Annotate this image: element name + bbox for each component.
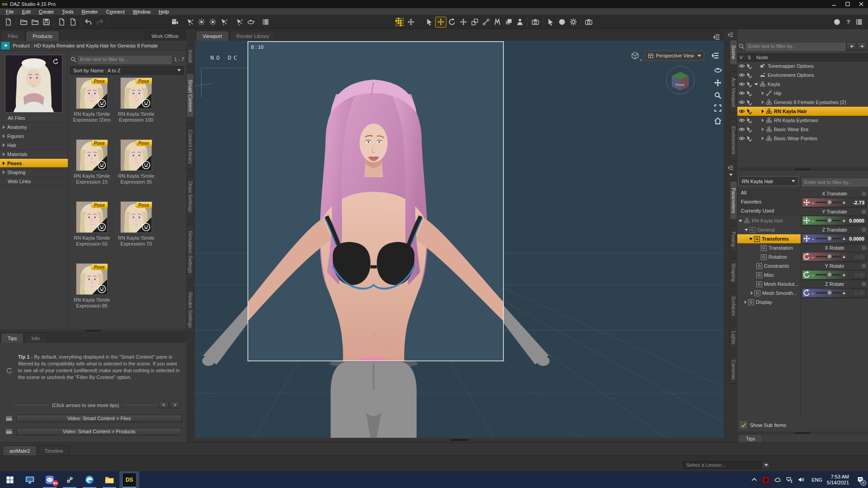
add-null-icon[interactable] <box>245 17 256 28</box>
scene-node-eyelashes[interactable]: Genesis 8 Female Eyelashes (2) <box>737 98 868 107</box>
selectable-icon[interactable] <box>746 136 752 142</box>
start-button[interactable] <box>0 471 20 488</box>
product-thumbnail[interactable] <box>5 55 62 113</box>
expand-icon[interactable] <box>762 118 764 122</box>
zoom-icon[interactable] <box>714 91 722 99</box>
gear-icon[interactable] <box>861 227 867 232</box>
add-point-light-icon[interactable] <box>196 17 207 28</box>
tab-render-settings[interactable]: Render Settings <box>186 287 194 333</box>
expand-icon[interactable] <box>762 91 764 95</box>
menu-edit[interactable]: Edit <box>18 9 35 14</box>
selectable-icon[interactable] <box>746 127 752 133</box>
network-icon[interactable] <box>783 471 795 488</box>
video-files-button[interactable]: Video: Smart Content > Files <box>16 415 182 422</box>
surface-selection-icon[interactable] <box>503 17 514 28</box>
category-shaping[interactable]: Shaping <box>0 168 68 177</box>
scene-node-bra[interactable]: Basic Wear Bra <box>737 125 868 134</box>
tool-settings-icon[interactable] <box>545 17 556 28</box>
save-icon[interactable] <box>41 17 52 28</box>
tree-constraints[interactable]: GConstraints <box>737 261 801 270</box>
decrement-button[interactable]: - <box>811 254 815 260</box>
this-pc-icon[interactable] <box>20 471 40 488</box>
pose-thumbnail[interactable]: Pose <box>76 139 108 171</box>
checkbox-checked-icon[interactable] <box>740 422 747 428</box>
show-sub-items-checkbox[interactable]: Show Sub Items <box>740 422 786 428</box>
tree-mesh-resolution[interactable]: GMesh Resolut... <box>737 280 801 289</box>
universal-manipulator-icon[interactable] <box>405 17 417 28</box>
slider-track[interactable] <box>816 220 841 221</box>
scale-tool-icon[interactable] <box>469 17 480 28</box>
increment-button[interactable]: + <box>842 272 846 278</box>
tree-misc[interactable]: GMisc <box>737 270 801 280</box>
tree-general[interactable]: GGeneral <box>737 225 801 234</box>
scene-node-hip[interactable]: Hip <box>737 89 868 98</box>
menu-create[interactable]: Create <box>35 9 58 14</box>
decrement-button[interactable]: - <box>811 200 815 205</box>
visibility-icon[interactable] <box>739 126 745 133</box>
pane-splitter[interactable] <box>737 167 868 171</box>
menu-connect[interactable]: Connect <box>102 9 129 14</box>
decrement-button[interactable]: - <box>811 272 815 278</box>
lesson-dropdown[interactable]: Select a Lesson... <box>683 461 770 469</box>
tab-products[interactable]: Products <box>26 31 59 41</box>
tab-posing[interactable]: Posing <box>730 226 737 252</box>
close-button[interactable] <box>854 0 868 8</box>
add-camera-icon[interactable] <box>169 17 180 28</box>
decrement-button[interactable]: - <box>811 236 815 242</box>
menu-tools[interactable]: Tools <box>58 9 78 14</box>
view-list-icon[interactable] <box>261 17 272 28</box>
shader-settings-icon[interactable] <box>556 17 568 28</box>
render-icon[interactable] <box>583 17 594 28</box>
pane-menu-icon[interactable] <box>727 32 734 38</box>
tab-viewport[interactable]: Viewport <box>196 31 229 41</box>
orbit-icon[interactable] <box>714 66 722 74</box>
tab-shaping[interactable]: Shaping <box>730 259 737 286</box>
pose-thumbnail[interactable]: Pose <box>76 263 108 295</box>
notifications-icon[interactable]: 9 <box>853 471 868 488</box>
tab-environment[interactable]: Environment <box>730 119 737 161</box>
universal-tool-icon[interactable] <box>435 17 446 28</box>
scene-node-environment[interactable]: Environment Options <box>737 71 868 80</box>
add-linear-light-icon[interactable] <box>207 17 218 28</box>
node-selector-dropdown[interactable]: RN Kayla Hair <box>739 176 798 186</box>
increment-button[interactable]: + <box>842 254 846 260</box>
gear-icon[interactable] <box>861 191 867 196</box>
visibility-icon[interactable] <box>739 135 745 142</box>
menu-window[interactable]: Window <box>129 9 155 14</box>
pose-thumbnail[interactable]: Pose <box>76 201 108 233</box>
visibility-icon[interactable] <box>739 72 745 78</box>
slider-value[interactable]: 0.00 <box>846 290 866 296</box>
slider-value[interactable]: 0.00 <box>846 254 866 260</box>
increment-button[interactable]: + <box>842 290 846 296</box>
menu-help[interactable]: Help <box>155 9 173 14</box>
gear-icon[interactable] <box>861 245 867 251</box>
view-cube-icon[interactable] <box>631 52 641 61</box>
expand-icon[interactable] <box>762 100 764 104</box>
increment-button[interactable]: + <box>842 218 846 223</box>
figure-selection-icon[interactable] <box>514 17 526 28</box>
maximize-button[interactable] <box>841 0 854 8</box>
pose-thumbnail[interactable]: Pose <box>76 77 108 109</box>
tree-transforms[interactable]: GTransforms <box>737 234 801 243</box>
language-indicator[interactable]: ENG <box>807 477 827 483</box>
daz-studio-taskbar-icon[interactable]: DS <box>119 471 139 488</box>
tab-surfaces[interactable]: Surfaces <box>730 292 737 320</box>
tab-install[interactable]: Install <box>186 45 194 67</box>
tab-scene[interactable]: Scene <box>730 40 737 65</box>
merge-file-icon[interactable] <box>29 17 41 28</box>
increment-button[interactable]: + <box>842 200 846 205</box>
tab-smart-content[interactable]: Smart Content <box>186 73 194 118</box>
viewport-splitter[interactable] <box>195 438 724 442</box>
pose-thumbnail[interactable]: Pose <box>120 77 152 109</box>
tree-rn-kayla-hair[interactable]: RN Kayla Hair <box>737 216 801 225</box>
visibility-icon[interactable] <box>739 117 745 123</box>
tab-content-library[interactable]: Content Library <box>186 125 194 169</box>
prev-arrow-button[interactable] <box>846 42 856 51</box>
selectable-icon[interactable] <box>746 72 752 78</box>
tray-chevron-icon[interactable] <box>748 471 760 488</box>
camera-view-dropdown[interactable]: Perspective View <box>645 51 704 61</box>
video-products-button[interactable]: Video: Smart Content > Products <box>16 428 182 436</box>
spot-render-icon[interactable] <box>530 17 541 28</box>
clock[interactable]: 7:53 AM 5/14/2021 <box>827 474 853 486</box>
category-materials[interactable]: Materials <box>0 150 68 159</box>
